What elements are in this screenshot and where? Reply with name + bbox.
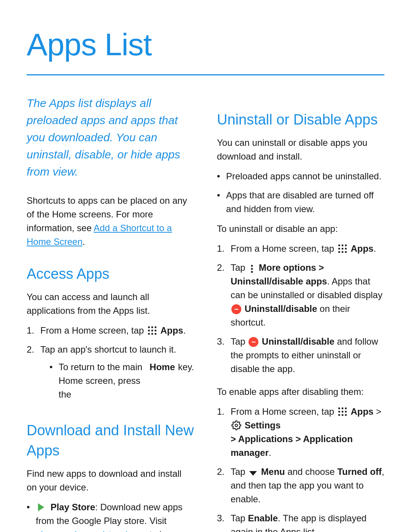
apps-grid-icon-2 bbox=[338, 244, 347, 254]
svg-marker-9 bbox=[38, 503, 44, 511]
right-column: Uninstall or Disable Apps You can uninst… bbox=[217, 94, 384, 532]
svg-rect-26 bbox=[342, 411, 343, 412]
svg-rect-2 bbox=[155, 326, 156, 328]
access-apps-steps: 1. From a Home screen, tap Apps. 2. Tap … bbox=[27, 324, 194, 405]
apps-grid-icon-3 bbox=[338, 407, 347, 417]
play-store-icon bbox=[36, 502, 46, 513]
access-step-1: 1. From a Home screen, tap Apps. bbox=[27, 324, 194, 337]
uninstall-steps: 1. From a Home screen, tap Apps. 2. Tap … bbox=[217, 242, 384, 376]
uninstall-intro: You can uninstall or disable apps you do… bbox=[217, 136, 384, 163]
svg-rect-27 bbox=[345, 411, 346, 412]
svg-rect-6 bbox=[148, 333, 150, 334]
uninstall-step-3: 3. Tap Uninstall/disable and follow the … bbox=[217, 335, 384, 376]
svg-rect-12 bbox=[345, 244, 346, 246]
svg-rect-25 bbox=[338, 411, 340, 412]
svg-rect-29 bbox=[342, 414, 343, 415]
shortcut-info: Shortcuts to apps can be placed on any o… bbox=[27, 194, 194, 249]
apps-grid-icon bbox=[147, 326, 157, 335]
to-uninstall-label: To uninstall or disable an app: bbox=[217, 222, 384, 236]
download-intro: Find new apps to download and install on… bbox=[27, 467, 194, 494]
uninstall-step-2: 2. Tap More options > Uninstall/disable … bbox=[217, 261, 384, 329]
uninstall-step-1: 1. From a Home screen, tap Apps. bbox=[217, 242, 384, 256]
enable-steps: 1. From a Home screen, tap Apps > Settin… bbox=[217, 405, 384, 532]
access-apps-title: Access Apps bbox=[27, 264, 194, 284]
enable-step-3: 3. Tap Enable. The app is displayed agai… bbox=[217, 511, 384, 532]
svg-rect-8 bbox=[155, 333, 156, 334]
svg-rect-3 bbox=[148, 329, 150, 331]
svg-rect-30 bbox=[345, 414, 346, 415]
uninstall-title: Uninstall or Disable Apps bbox=[217, 110, 384, 130]
left-column: The Apps list displays all preloaded app… bbox=[27, 94, 194, 532]
play-store-link[interactable]: play.google.com/store/apps bbox=[36, 529, 147, 532]
svg-point-20 bbox=[251, 268, 253, 270]
svg-rect-17 bbox=[342, 251, 343, 252]
access-step-2: 2. Tap an app's shortcut to launch it. T… bbox=[27, 343, 194, 405]
download-title: Download and Install New Apps bbox=[27, 420, 194, 461]
sub-bullet-home: To return to the main Home screen, press… bbox=[49, 360, 194, 401]
page-title: Apps List bbox=[27, 23, 384, 67]
svg-rect-24 bbox=[345, 407, 346, 409]
preloaded-bullet: Preloaded apps cannot be uninstalled. bbox=[217, 169, 384, 183]
svg-rect-16 bbox=[338, 251, 340, 252]
enable-step-1: 1. From a Home screen, tap Apps > Settin… bbox=[217, 405, 384, 460]
play-store-item: Play Store: Download new apps from the G… bbox=[27, 500, 194, 532]
svg-rect-28 bbox=[338, 414, 340, 415]
access-apps-intro: You can access and launch all applicatio… bbox=[27, 290, 194, 318]
download-bullets: Play Store: Download new apps from the G… bbox=[27, 500, 194, 532]
svg-rect-23 bbox=[342, 407, 343, 409]
svg-rect-1 bbox=[151, 326, 153, 328]
settings-gear-icon bbox=[231, 420, 241, 430]
svg-point-31 bbox=[235, 424, 238, 427]
disabled-bullet: Apps that are disabled are turned off an… bbox=[217, 189, 384, 216]
uninstall-badge-icon-2 bbox=[249, 337, 258, 347]
svg-rect-0 bbox=[148, 326, 150, 328]
svg-rect-15 bbox=[345, 248, 346, 249]
enable-step-2: 2. Tap Menu and choose Turned off, and t… bbox=[217, 465, 384, 506]
svg-rect-14 bbox=[342, 248, 343, 249]
svg-rect-13 bbox=[338, 248, 340, 249]
svg-rect-5 bbox=[155, 329, 156, 331]
svg-rect-7 bbox=[151, 333, 153, 334]
svg-rect-4 bbox=[151, 329, 153, 331]
to-enable-label: To enable apps after disabling them: bbox=[217, 385, 384, 399]
uninstall-bullets: Preloaded apps cannot be uninstalled. Ap… bbox=[217, 169, 384, 216]
intro-text: The Apps list displays all preloaded app… bbox=[27, 94, 194, 180]
title-divider bbox=[27, 74, 384, 75]
svg-point-21 bbox=[251, 271, 253, 273]
access-sub-bullets: To return to the main Home screen, press… bbox=[49, 360, 194, 401]
uninstall-badge-icon bbox=[231, 304, 241, 314]
svg-rect-18 bbox=[345, 251, 346, 252]
svg-rect-10 bbox=[338, 244, 340, 246]
svg-point-19 bbox=[251, 265, 253, 267]
more-options-icon bbox=[249, 264, 255, 273]
svg-rect-22 bbox=[338, 407, 340, 409]
menu-dropdown-icon bbox=[249, 471, 257, 476]
svg-rect-11 bbox=[342, 244, 343, 246]
